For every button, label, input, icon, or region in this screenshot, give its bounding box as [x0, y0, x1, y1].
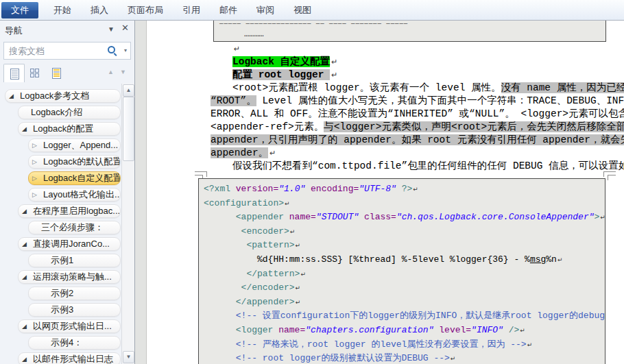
text-segment: appender，只引用声明了的 appender。如果 root 元素没有引用…	[211, 134, 624, 145]
nav-pane-tabs: ▲ ▼	[3, 63, 131, 82]
ribbon-tab-7[interactable]: 视图	[284, 1, 321, 19]
nav-tree-item[interactable]: ▷Logback自定义配置	[28, 171, 121, 185]
code-line: <!-- 设置configuration下的logger的级别为INFO，默认是…	[199, 309, 605, 324]
nav-tree-item[interactable]: ◢以邮件形式输出日志	[18, 352, 121, 364]
ribbon-tab-5[interactable]: 邮件	[210, 1, 247, 19]
collapse-icon[interactable]: ◢	[19, 356, 32, 363]
nav-tree-item[interactable]: ◢以网页形式输出日...	[18, 319, 121, 333]
attr-token: encoding=	[311, 184, 359, 194]
code-line: <!-- 严格来说，root logger 的level属性没有必要设置，因为 …	[199, 338, 605, 352]
nav-tree-item[interactable]: 示例3	[28, 303, 121, 317]
und-token: msg	[530, 254, 546, 265]
pilcrow-mark: ↵	[330, 58, 337, 66]
body-text: ↵Logback 自定义配置↵配置 root logger ↵<root>元素配…	[211, 43, 624, 173]
text-segment: 没有 name 属性，因为已经被命名为	[501, 82, 624, 93]
expand-icon[interactable]: ▷	[29, 175, 42, 182]
code-line: <pattern>↵	[199, 239, 605, 253]
plain-token: %n	[546, 254, 557, 265]
collapse-icon[interactable]: ◢	[5, 93, 19, 99]
xml-code-block: <?xml version="1.0" encoding="UTF-8" ?>↵…	[198, 178, 605, 364]
text-segment: 假设我们不想看到“com.ttpod.file”包里的任何组件的任何 DEBUG…	[232, 160, 624, 171]
tag-token: ?>	[396, 184, 412, 194]
nav-tree-item[interactable]: ▷Layout格式化输出...	[28, 188, 121, 202]
nav-item-label: 示例2	[29, 287, 73, 300]
heading-root-logger: 配置 root logger	[232, 69, 330, 80]
pilcrow-mark: ↵	[268, 149, 276, 158]
tag-token: <encoder>	[241, 226, 289, 236]
navigation-pane: 导航 ▼ ✕ ▾ ▲ ▼ ◢Logback参考文档Logback介绍◢Logba…	[0, 21, 135, 364]
scroll-down-icon[interactable]: ▼	[123, 351, 134, 363]
attr-token: name=	[289, 212, 316, 222]
nav-tree-item[interactable]: Logback介绍	[18, 106, 121, 119]
nav-tree-scrollbar[interactable]: ▲ ▼	[121, 84, 134, 364]
tag-token: </encoder>	[241, 282, 295, 293]
collapse-icon[interactable]: ◢	[19, 323, 32, 330]
nav-tree-item[interactable]: ◢在程序里启用logbac...	[18, 204, 121, 218]
nav-item-label: 直接调用JoranCo...	[32, 238, 110, 250]
code-line: <?xml version="1.0" encoding="UTF-8" ?>↵	[199, 182, 605, 197]
nav-tree-item[interactable]: ◢运用滚动策略与触...	[18, 270, 121, 284]
nav-pane-title: 导航	[5, 25, 23, 37]
next-heading-icon[interactable]: ▼	[120, 69, 126, 75]
eol-mark: ↵	[519, 327, 525, 334]
nav-tree-item[interactable]: 示例4：	[28, 336, 121, 350]
nav-tree-item[interactable]: 三个必须步骤：	[28, 221, 121, 234]
nav-item-label: Logger、Append...	[42, 139, 118, 151]
previous-code-block: ───── ─────────────── ── ──── ─────── ──…	[213, 21, 606, 42]
tab-browse-headings[interactable]	[3, 64, 25, 82]
ribbon-tab-4[interactable]: 引用	[173, 1, 210, 19]
body-text-line: <root>元素配置根 logger。该元素有一个 level 属性。没有 na…	[211, 82, 624, 95]
val-token: "UTF-8"	[359, 184, 396, 194]
text-segment: “ROOT”。	[211, 95, 256, 106]
nav-tree-item[interactable]: ▷Logger、Append...	[28, 138, 121, 152]
ribbon-tab-1[interactable]: 开始	[44, 1, 81, 19]
search-box[interactable]: ▾	[3, 42, 131, 60]
tab-browse-results[interactable]	[46, 64, 67, 82]
body-text-line: 假设我们不想看到“com.ttpod.file”包里的任何组件的任何 DEBUG…	[211, 160, 624, 173]
scroll-up-icon[interactable]: ▲	[123, 84, 134, 97]
tag-token: </appender>	[236, 297, 295, 307]
expand-icon[interactable]: ▷	[29, 158, 42, 165]
nav-tree-item[interactable]: 示例2	[28, 287, 121, 300]
expand-icon[interactable]: ▷	[29, 142, 42, 149]
eol-mark: ↵	[284, 200, 290, 207]
scrollbar-thumb[interactable]	[123, 97, 134, 161]
nav-tree-item[interactable]: ▷Logback的默认配置	[28, 155, 121, 169]
ribbon-tab-3[interactable]: 页面布局	[118, 1, 173, 19]
eol-mark: ↵	[295, 242, 301, 249]
file-tab[interactable]: 文件	[1, 2, 38, 19]
collapse-icon[interactable]: ◢	[19, 241, 32, 247]
search-options-caret-icon[interactable]: ▾	[124, 47, 127, 53]
tag-token: />	[503, 325, 519, 335]
ribbon-tab-2[interactable]: 插入	[81, 1, 118, 19]
eol-mark: ↵	[450, 355, 456, 362]
code-line: <configuration>↵	[199, 197, 605, 211]
expand-icon[interactable]: ▷	[29, 191, 42, 198]
nav-tree-item[interactable]: ◢Logback的配置	[18, 122, 121, 136]
pane-options-icon[interactable]: ▼	[108, 25, 115, 34]
previous-heading-icon[interactable]: ▲	[108, 69, 114, 75]
body-text-line: appender，只引用声明了的 appender。如果 root 元素没有引用…	[211, 134, 624, 147]
attr-token: class=	[364, 212, 396, 222]
text-segment: <appender-ref>元素。	[211, 121, 324, 132]
nav-tree-item[interactable]: ◢Logback参考文档	[5, 89, 121, 103]
pages-icon	[30, 69, 39, 77]
collapse-icon[interactable]: ◢	[19, 274, 32, 280]
text-segment: appender。	[211, 147, 268, 158]
tag-token: <logger	[236, 325, 278, 335]
attr-token: version=	[236, 184, 278, 194]
document-page[interactable]: ───── ─────────────── ── ──── ─────── ──…	[146, 21, 624, 364]
search-icon[interactable]	[108, 46, 115, 53]
tab-browse-pages[interactable]	[25, 64, 46, 82]
collapse-icon[interactable]: ◢	[19, 125, 32, 132]
comment-token: <!-- root logger的级别被默认设置为DEBUG -->	[236, 353, 450, 363]
search-input[interactable]	[8, 44, 99, 58]
ribbon-tab-6[interactable]: 审阅	[247, 1, 284, 19]
nav-tree-item[interactable]: ◢直接调用JoranCo...	[18, 237, 121, 251]
collapse-icon[interactable]: ◢	[19, 208, 32, 215]
close-pane-icon[interactable]: ✕	[121, 24, 129, 32]
nav-item-label: 三个必须步骤：	[29, 221, 104, 234]
val-token: "chapters.configuration"	[305, 325, 433, 335]
nav-item-label: Layout格式化输出...	[42, 189, 120, 201]
nav-tree-item[interactable]: 示例1	[28, 254, 121, 267]
